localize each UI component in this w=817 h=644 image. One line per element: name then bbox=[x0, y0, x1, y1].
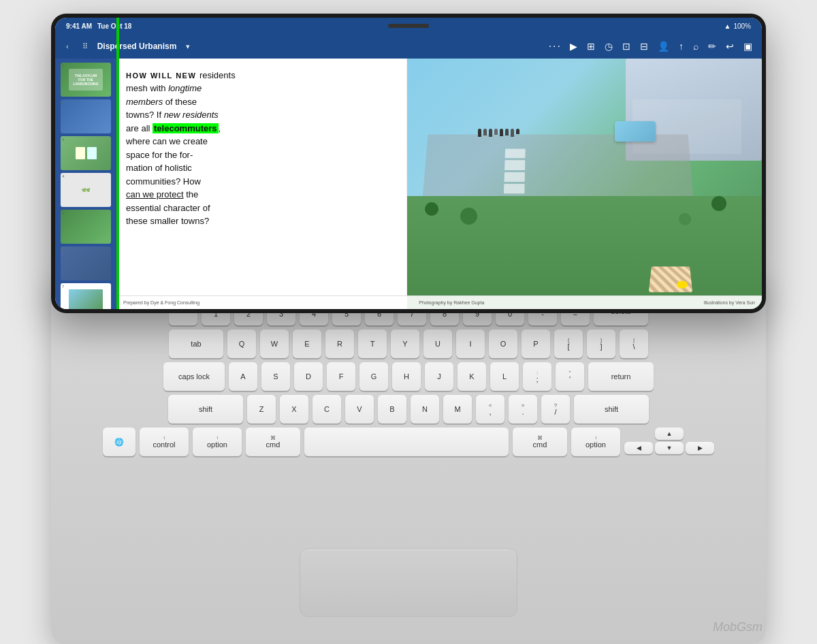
key-label: cmd bbox=[533, 441, 547, 449]
ipad: 9:41 AM Tue Oct 18 ▲ 100% ‹ ⠿ Dispersed … bbox=[51, 14, 766, 313]
slides-panel[interactable]: 1 THE ASYLUMFOR THELANDUNCHING 2 3 bbox=[55, 59, 116, 309]
wifi-icon: ▲ bbox=[724, 22, 731, 30]
key-label: shift bbox=[199, 406, 212, 413]
key-quote[interactable]: "' bbox=[556, 362, 584, 391]
key-d[interactable]: D bbox=[294, 362, 323, 391]
key-v[interactable]: V bbox=[345, 395, 374, 423]
chart-button[interactable]: ⊟ bbox=[637, 39, 651, 53]
key-arrow-left[interactable]: ◀ bbox=[624, 442, 653, 454]
scene: 9:41 AM Tue Oct 18 ▲ 100% ‹ ⠿ Dispersed … bbox=[0, 0, 817, 644]
key-arrow-right[interactable]: ▶ bbox=[686, 442, 714, 454]
key-return[interactable]: return bbox=[588, 362, 654, 391]
magic-keyboard: ~` !1 @2 #3 $4 %5 ^6 &7 *8 (9 )0 —- += d… bbox=[51, 276, 766, 644]
key-arrow-down[interactable]: ▼ bbox=[655, 442, 684, 454]
key-c[interactable]: C bbox=[313, 395, 341, 423]
key-b[interactable]: B bbox=[378, 395, 406, 423]
slide-right-image bbox=[407, 59, 762, 309]
table-button[interactable]: ⊞ bbox=[584, 39, 598, 53]
key-cmd-left[interactable]: ⌘ cmd bbox=[246, 428, 300, 456]
key-u[interactable]: U bbox=[423, 329, 452, 358]
slide-body: mesh with longtimemembers of these towns… bbox=[126, 82, 397, 228]
slide-thumb-3[interactable]: 3 bbox=[61, 136, 111, 170]
key-x[interactable]: X bbox=[280, 395, 308, 423]
key-period[interactable]: >. bbox=[509, 395, 537, 423]
key-j[interactable]: J bbox=[425, 362, 453, 391]
presenter-button[interactable]: ▣ bbox=[741, 39, 755, 53]
key-a[interactable]: A bbox=[229, 362, 257, 391]
key-f[interactable]: F bbox=[327, 362, 355, 391]
slide-thumb-5[interactable]: 5 bbox=[61, 210, 111, 244]
slide-thumb-4[interactable]: 4 🌿🌿 bbox=[61, 173, 111, 207]
key-p[interactable]: P bbox=[522, 329, 550, 358]
key-label: I bbox=[469, 340, 471, 348]
key-semicolon[interactable]: :; bbox=[523, 362, 551, 391]
key-shift-left[interactable]: shift bbox=[168, 395, 243, 423]
shapes-button[interactable]: ⊡ bbox=[620, 39, 633, 53]
key-q[interactable]: Q bbox=[227, 329, 256, 358]
key-control[interactable]: ↑ control bbox=[140, 428, 189, 456]
undo-button[interactable]: ↩ bbox=[723, 39, 737, 53]
timer-button[interactable]: ◷ bbox=[602, 39, 615, 53]
collaborate-button[interactable]: 👤 bbox=[655, 39, 672, 53]
key-arrow-up[interactable]: ▲ bbox=[655, 428, 684, 440]
key-cmd-right[interactable]: ⌘ cmd bbox=[513, 428, 567, 456]
key-r[interactable]: R bbox=[325, 329, 354, 358]
key-option-left[interactable]: ↑ option bbox=[193, 428, 242, 456]
key-l[interactable]: L bbox=[490, 362, 519, 391]
key-i[interactable]: I bbox=[456, 329, 485, 358]
slide-thumb-7[interactable]: 7 bbox=[61, 283, 111, 309]
title-dropdown[interactable]: ▾ bbox=[182, 41, 194, 52]
key-tab[interactable]: tab bbox=[169, 329, 223, 358]
key-s[interactable]: S bbox=[261, 362, 290, 391]
key-capslock[interactable]: caps lock bbox=[163, 362, 225, 391]
key-label: B bbox=[389, 406, 394, 413]
search-button[interactable]: ⌕ bbox=[690, 39, 701, 53]
key-h[interactable]: H bbox=[392, 362, 421, 391]
slides-panel-toggle[interactable]: ⠿ bbox=[78, 41, 92, 52]
slide-thumb-6[interactable]: 6 bbox=[61, 246, 111, 280]
back-button[interactable]: ‹ bbox=[62, 41, 73, 52]
pen-button[interactable]: ✏ bbox=[705, 39, 719, 53]
key-label: shift bbox=[605, 406, 618, 413]
key-o[interactable]: O bbox=[489, 329, 517, 358]
key-shift-right[interactable]: shift bbox=[574, 395, 649, 423]
key-option-right[interactable]: ↑ option bbox=[571, 428, 620, 456]
key-m[interactable]: M bbox=[443, 395, 472, 423]
key-w[interactable]: W bbox=[260, 329, 289, 358]
key-label: F bbox=[339, 373, 344, 381]
slide-thumb-1[interactable]: 1 THE ASYLUMFOR THELANDUNCHING bbox=[61, 63, 111, 97]
italic-new-residents: new residents bbox=[164, 110, 219, 120]
key-t[interactable]: T bbox=[358, 329, 387, 358]
key-label: cmd bbox=[266, 441, 281, 449]
slide-num-7: 7 bbox=[62, 285, 64, 289]
key-lbracket[interactable]: {[ bbox=[554, 329, 583, 358]
slide-footer: Prepared by Dye & Fong Consulting Photog… bbox=[116, 295, 762, 309]
key-backslash[interactable]: |\ bbox=[620, 329, 648, 358]
slide-thumb-2[interactable]: 2 bbox=[61, 99, 111, 133]
key-e[interactable]: E bbox=[293, 329, 321, 358]
key-slash[interactable]: ?/ bbox=[541, 395, 570, 423]
key-globe[interactable]: 🌐 bbox=[103, 428, 135, 456]
key-k[interactable]: K bbox=[458, 362, 486, 391]
key-y[interactable]: Y bbox=[391, 329, 419, 358]
asdf-row: caps lock A S D F G H J K L :; "' return bbox=[75, 362, 742, 391]
qwerty-row: tab Q W E R T Y U I O P {[ }] |\ bbox=[75, 329, 742, 358]
key-rbracket[interactable]: }] bbox=[587, 329, 615, 358]
trackpad[interactable] bbox=[300, 549, 517, 617]
tree-2 bbox=[460, 208, 477, 225]
more-options[interactable]: ··· bbox=[549, 40, 562, 52]
key-comma[interactable]: <, bbox=[476, 395, 504, 423]
key-label: K bbox=[469, 373, 474, 381]
play-button[interactable]: ▶ bbox=[567, 39, 580, 53]
key-z[interactable]: Z bbox=[247, 395, 276, 423]
key-label: G bbox=[371, 373, 377, 381]
status-time: 9:41 AM bbox=[66, 22, 92, 30]
key-space[interactable] bbox=[304, 428, 509, 456]
ipad-notch bbox=[388, 24, 429, 28]
key-g[interactable]: G bbox=[359, 362, 388, 391]
footer-credit-2: Photography by Rakhee Gupta bbox=[419, 300, 484, 305]
share-button[interactable]: ↑ bbox=[676, 39, 686, 53]
key-n[interactable]: N bbox=[411, 395, 439, 423]
green-accent bbox=[116, 59, 119, 309]
ipad-screen: 9:41 AM Tue Oct 18 ▲ 100% ‹ ⠿ Dispersed … bbox=[55, 18, 762, 309]
